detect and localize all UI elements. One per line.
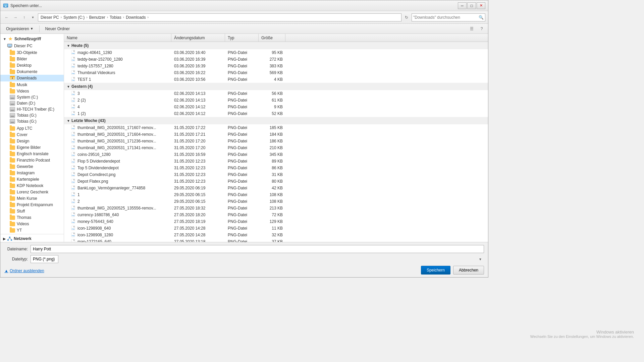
sidebar-item-instagram[interactable]: Instagram [0,170,64,176]
breadcrumb-downloads[interactable]: Downloads [125,15,147,20]
table-row[interactable]: PNG4 02.06.2020 14:12 PNG-Datei 9 KB [64,104,488,110]
table-row[interactable]: PNGthumbnail_IMG_20200531_171341-remov..… [64,144,488,151]
breadcrumb-benutzer[interactable]: Benutzer [88,15,106,20]
cancel-button[interactable]: Abbrechen [453,266,484,275]
table-row[interactable]: PNGicon-1298908_640 27.05.2020 14:28 PNG… [64,225,488,232]
table-row[interactable]: PNG1 (2) 02.06.2020 14:12 PNG-Datei 52 K… [64,110,488,117]
file-row-name: PNGThumbnail Videokurs [64,70,171,75]
sidebar-item-kartenspiele[interactable]: Kartenspiele [0,176,64,182]
sidebar-item-finanztrio[interactable]: Finanztrio Podcast [0,157,64,163]
file-row-date: 31.05.2020 12:23 [171,172,225,177]
table-row[interactable]: PNGcurrency-1680786_640 27.05.2020 18:20… [64,212,488,218]
file-row-size: 108 KB [259,199,285,204]
file-row-name: PNGthumbnail_IMG_20200531_171236-remov..… [64,138,171,144]
folder-hide-row[interactable]: ▲ Ordner ausblenden [4,268,418,273]
table-row[interactable]: PNG2 (2) 02.06.2020 14:13 PNG-Datei 61 K… [64,97,488,104]
table-row[interactable]: PNGTop 5 Dividendendepot 31.05.2020 12:2… [64,165,488,171]
sidebar-item-musik[interactable]: Musik [0,81,64,88]
organize-button[interactable]: Organisieren ▼ [3,25,37,32]
sidebar-item-kdp[interactable]: KDP Notebook [0,182,64,189]
svg-text:PNG: PNG [72,53,75,54]
sidebar-item-tobias-g2[interactable]: Tobias (G:) [0,118,64,124]
table-row[interactable]: PNGBankLogo_Vermögenanleger_774858 29.05… [64,185,488,191]
table-row[interactable]: PNG2 29.05.2020 06:15 PNG-Datei 108 KB [64,198,488,205]
sidebar-item-videos[interactable]: Videos [0,88,64,94]
table-row[interactable]: PNGFlop 5 Dividendendepot 31.05.2020 12:… [64,158,488,165]
minimize-button[interactable]: ─ [458,2,467,9]
sidebar-item-stuff[interactable]: Stuff [0,208,64,214]
file-row-date: 31.05.2020 17:20 [171,139,225,143]
sidebar-dieser-pc-label: Dieser PC [14,44,33,48]
breadcrumb-system-c[interactable]: System (C:) [62,15,86,20]
recent-locations-button[interactable]: ▼ [29,14,37,21]
schnellzugriff-label: Schnellzugriff [14,37,41,41]
sidebar-item-tobias-g1[interactable]: Tobias (G:) [0,112,64,118]
table-row[interactable]: PNGmagic-40641_1280 03.06.2020 16:40 PNG… [64,49,488,56]
col-type[interactable]: Typ [225,34,259,42]
search-bar[interactable]: 🔍 [412,13,485,21]
table-row[interactable]: PNGthumbnail_IMG_20200531_171604-remov..… [64,131,488,138]
sidebar-item-app-ltc[interactable]: App LTC [0,125,64,131]
sidebar-item-system-c[interactable]: System (C:) [0,94,64,100]
table-row[interactable]: PNGthumbnail_IMG_20200531_171236-remov..… [64,138,488,144]
sidebar-eigene-bilder-label: Eigene Bilder [17,145,41,150]
sidebar-item-desktop[interactable]: Desktop [0,62,64,68]
sidebar-item-englisch[interactable]: Englisch translate [0,150,64,157]
file-icon: PNG [71,132,76,137]
refresh-button[interactable]: ↻ [403,14,410,21]
view-options-button[interactable]: ☰ [468,25,475,33]
table-row[interactable]: PNGteddy-bear-152700_1280 03.06.2020 16:… [64,56,488,63]
breadcrumb-tobias[interactable]: Tobias [109,15,122,20]
file-row-name: PNGTop 5 Dividendendepot [64,165,171,171]
breadcrumb-dieser-pc[interactable]: Dieser PC [40,15,60,20]
sidebar-item-daten-d[interactable]: Daten (D:) [0,100,64,106]
schnellzugriff-header[interactable]: ▼ Schnellzugriff [0,35,64,43]
table-row[interactable]: PNGthumbnail_IMG_20200531_171607-remov..… [64,124,488,131]
close-button[interactable]: ✕ [477,2,485,9]
back-button[interactable]: ← [3,14,10,21]
filetype-select[interactable]: PNG (*.png)JPEG (*.jpg)BMP (*.bmp) [31,255,58,263]
sidebar-item-lorenz[interactable]: Lorenz Geschenk [0,189,64,195]
table-row[interactable]: PNG3 02.06.2020 14:13 PNG-Datei 56 KB [64,90,488,97]
table-row[interactable]: PNGcoins-29516_1280 31.05.2020 16:59 PNG… [64,151,488,158]
file-row-type: PNG-Datei [225,50,259,55]
sidebar-item-design[interactable]: Design [0,138,64,144]
col-size[interactable]: Größe [259,34,285,42]
sidebar-item-hitech[interactable]: HI-TECH Treiber (E:) [0,106,64,112]
col-name[interactable]: Name [64,34,171,42]
sidebar-item-yt[interactable]: YT [0,227,64,233]
sidebar-item-eigene-bilder[interactable]: Eigene Bilder [0,144,64,150]
table-row[interactable]: PNG1 29.05.2020 06:15 PNG-Datei 108 KB [64,191,488,198]
sidebar-item-thomas[interactable]: Thomas [0,214,64,221]
netzwerk-header[interactable]: ▶ Netzwerk [0,235,64,242]
file-row-name: PNG2 (2) [64,98,171,103]
new-folder-button[interactable]: Neuer Ordner [42,25,73,32]
sidebar-item-dieser-pc[interactable]: Dieser PC [0,43,64,49]
help-button[interactable]: ? [478,25,485,33]
table-row[interactable]: PNGthumbnail_IMG_20200525_135556-remov..… [64,205,488,212]
sidebar-item-downloads[interactable]: Downloads [0,75,64,81]
table-row[interactable]: PNGDepot Flatex.png 31.05.2020 12:23 PNG… [64,178,488,185]
sidebar-item-3d-objekte[interactable]: 3D-Objekte [0,49,64,56]
table-row[interactable]: PNGDepot Comdirect.png 31.05.2020 12:23 … [64,171,488,178]
sidebar-item-cover[interactable]: Cover [0,131,64,138]
search-input[interactable] [413,15,479,20]
table-row[interactable]: PNGicon-1298908_1280 27.05.2020 14:28 PN… [64,232,488,238]
forward-button[interactable]: → [12,14,19,21]
table-row[interactable]: PNGmap-1272165_640 27.05.2020 13:18 PNG-… [64,238,488,242]
sidebar-item-mein-kurse[interactable]: Mein Kurse [0,195,64,201]
save-button[interactable]: Speichern [421,266,450,275]
sidebar-item-videos-sub[interactable]: Videos [0,221,64,227]
table-row[interactable]: PNGThumbnail Videokurs 03.06.2020 16:22 … [64,69,488,76]
sidebar-item-projekt[interactable]: Projekt Entspannum [0,201,64,208]
col-date[interactable]: Änderungsdatum [171,34,225,42]
maximize-button[interactable]: □ [467,2,476,9]
filename-input[interactable] [31,245,484,253]
table-row[interactable]: PNGmoney-576443_640 27.05.2020 18:19 PNG… [64,218,488,225]
sidebar-item-bilder[interactable]: Bilder [0,56,64,62]
sidebar-item-gewerbe[interactable]: Gewerbe [0,163,64,170]
sidebar-item-dokumente[interactable]: Dokumente [0,68,64,75]
table-row[interactable]: PNGTEST 1 03.06.2020 10:56 PNG-Datei 4 K… [64,76,488,83]
up-button[interactable]: ↑ [20,14,28,21]
table-row[interactable]: PNGteddy-157557_1280 03.06.2020 16:39 PN… [64,63,488,69]
